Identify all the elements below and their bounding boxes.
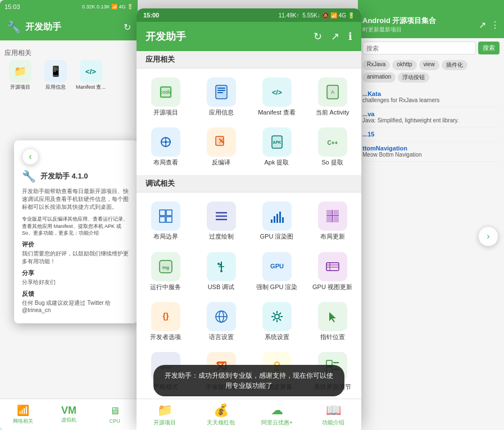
menu-item-layout-border[interactable]: 布局边界 (139, 197, 192, 245)
svg-text:code: code (160, 89, 171, 95)
menu-item-gpu-render[interactable]: GPU 渲染图 (250, 197, 303, 245)
bottom-tab-0[interactable]: 📁 开源项目 (137, 399, 193, 430)
bg-left-bottom-tab-2[interactable]: 🖥 CPU (92, 399, 138, 430)
svg-text:{}: {} (162, 312, 169, 321)
bg-left-icon-label-2: Manifest 查... (76, 84, 106, 91)
bg-right-share-icon[interactable]: ↗ (479, 20, 486, 30)
tag-3[interactable]: 插件化 (442, 60, 467, 70)
icon-apk: APK (262, 127, 292, 157)
menu-label-apk: Apk 提取 (264, 159, 289, 166)
menu-item-apk[interactable]: APK Apk 提取 (250, 123, 303, 171)
bg-right-list-item-2[interactable]: ...15 (362, 127, 500, 141)
bg-right-item-title-0: ...Kata (362, 90, 500, 97)
menu-label-overdraw: 过度绘制 (209, 233, 234, 240)
menu-label-running-services: 运行中服务 (150, 283, 181, 291)
svg-rect-32 (279, 212, 281, 223)
info-icon[interactable]: ℹ (348, 30, 352, 43)
menu-item-activity[interactable]: A 当前 Activity (306, 73, 359, 121)
dialog-share-text: 分享给好友们 (22, 278, 130, 286)
bg-left-tab-icon-1: VM (61, 405, 76, 415)
dialog-share-title: 分享 (22, 269, 130, 277)
icon-force-gpu: GPU (262, 252, 292, 281)
menu-item-gpu-view[interactable]: GPU 视图更新 (306, 248, 359, 295)
svg-rect-23 (166, 210, 172, 216)
bg-left-header: 🔧 开发助手 ↻ (0, 13, 138, 40)
svg-rect-33 (282, 217, 284, 223)
bg-right-list-item-3[interactable]: ttomNavigation Meow Bottm Navigation (362, 141, 500, 162)
menu-label-activity: 当前 Activity (316, 109, 349, 116)
bg-right-list-item-1[interactable]: ...va Java: Simplified, lightweight ent … (362, 107, 500, 127)
bg-left-icons-row: 📁 开源项目 📱 应用信息 </> Manifest 查... (4, 60, 133, 91)
bg-left-bottom-tab-1[interactable]: VM 虚拟机 (46, 399, 92, 430)
menu-item-decompile[interactable]: 反编译 (194, 123, 248, 171)
menu-item-dev-options[interactable]: {} 开发者选项 (139, 298, 192, 345)
menu-item-kaiyuan[interactable]: code 开源项目 (139, 73, 192, 121)
bg-right-search-button[interactable]: 搜索 (478, 42, 500, 54)
svg-text:A: A (330, 89, 334, 95)
icon-layout (151, 127, 180, 157)
menu-label-gpu-render: GPU 渲染图 (260, 233, 294, 240)
tag-0[interactable]: RxJava (362, 60, 390, 70)
menu-item-overdraw[interactable]: 过度绘制 (194, 197, 248, 245)
icon-activity: A (318, 77, 347, 107)
menu-label-gpu-view: GPU 视图更新 (312, 283, 352, 291)
tag-4[interactable]: animation (362, 72, 396, 83)
svg-rect-30 (274, 216, 275, 223)
app-header: 开发助手 ↻ ↗ ℹ (137, 22, 361, 51)
wifi-icon: 📶 (330, 12, 337, 19)
share-icon[interactable]: ↗ (331, 30, 339, 43)
svg-rect-35 (333, 210, 339, 216)
menu-item-appinfo[interactable]: 应用信息 (194, 73, 248, 121)
menu-item-manifest[interactable]: </> Manifest 查看 (250, 73, 303, 121)
bottom-tab-2[interactable]: ☁ 阿里云优惠+ (249, 399, 305, 430)
bg-right-list: ...Kata challenges for RxJava learners .… (358, 85, 504, 164)
bg-left-status-icons: 0.32K 0.13K 📶 4G 🔋 (82, 4, 133, 10)
bottom-tab-1[interactable]: 💰 天天领红包 (193, 399, 249, 430)
bg-left-icon-2[interactable]: </> Manifest 查... (75, 60, 106, 91)
tag-2[interactable]: view (419, 60, 439, 70)
bg-left-icon-label-0: 开源项目 (10, 84, 30, 91)
menu-item-layout[interactable]: 布局查看 (139, 123, 192, 171)
tag-5[interactable]: 浮动按钮 (398, 72, 429, 83)
status-icons: 11.49K↑ 5.55K↓ 🔕 📶 4G 🔋 (279, 12, 355, 19)
svg-text:GPU: GPU (270, 263, 284, 269)
dialog-back-btn[interactable]: ‹ (22, 148, 39, 165)
svg-text:</>: </> (272, 89, 281, 97)
icon-decompile (207, 127, 236, 157)
svg-rect-24 (160, 217, 165, 222)
svg-text:ing: ing (162, 265, 169, 270)
svg-rect-22 (160, 210, 165, 216)
svg-rect-29 (271, 219, 273, 223)
bg-left-icon-0[interactable]: 📁 开源项目 (4, 60, 35, 91)
bg-right-search-input[interactable] (362, 42, 476, 54)
main-panel: 15:00 11.49K↑ 5.55K↓ 🔕 📶 4G 🔋 开发助手 ↻ ↗ ℹ… (137, 8, 361, 424)
bg-right-search-area: 搜索 (358, 38, 504, 58)
bg-right-list-item-0[interactable]: ...Kata challenges for RxJava learners (362, 87, 500, 107)
icon-running-services: ing (151, 252, 180, 281)
menu-item-so[interactable]: C++ So 提取 (306, 123, 359, 171)
menu-item-running-services[interactable]: ing 运行中服务 (139, 248, 192, 295)
menu-item-force-gpu[interactable]: GPU 强制 GPU 渲染 (250, 248, 303, 295)
bg-left-icon-1[interactable]: 📱 应用信息 (40, 60, 71, 91)
menu-label-dev-options: 开发者选项 (150, 333, 181, 341)
bottom-tab-icon-3: 📖 (326, 403, 341, 418)
refresh-icon[interactable]: ↻ (314, 30, 322, 43)
bottom-tab-3[interactable]: 📖 功能介绍 (305, 399, 361, 430)
menu-item-usb[interactable]: USB 调试 (194, 248, 248, 295)
menu-label-lang: 语言设置 (209, 333, 234, 341)
menu-item-pointer[interactable]: 指针位置 (306, 298, 359, 345)
bottom-tab-label-1: 天天领红包 (207, 419, 235, 427)
menu-item-layout-update[interactable]: 布局更新 (306, 197, 359, 245)
menu-item-system-settings[interactable]: 系统设置 (250, 298, 303, 345)
bg-right-menu-icon[interactable]: ⋮ (491, 20, 500, 30)
svg-rect-36 (326, 217, 332, 222)
bg-left-bottom-tab-0[interactable]: 📶 网络相关 (0, 399, 46, 430)
menu-label-pointer: 指针位置 (320, 333, 345, 341)
battery-icon: 🔋 (348, 12, 355, 19)
bg-right-item-desc-0: challenges for RxJava learners (362, 97, 500, 103)
tag-1[interactable]: okhttp (392, 60, 416, 70)
bg-right-next-btn[interactable]: › (478, 226, 498, 246)
bg-left-title: 开发助手 (25, 21, 119, 33)
bottom-tab-label-0: 开源项目 (153, 419, 176, 427)
menu-item-lang[interactable]: 语言设置 (194, 298, 248, 345)
